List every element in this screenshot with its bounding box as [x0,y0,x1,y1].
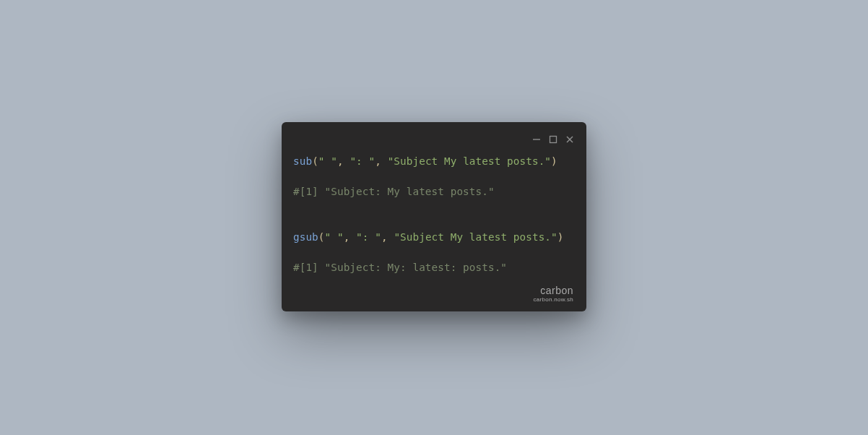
token-paren-close: ) [557,231,564,243]
token-comma: , [337,155,350,167]
token-paren-close: ) [551,155,557,167]
token-comma: , [344,231,356,243]
code-line-3: #[1] "Subject: My latest posts." [293,186,495,197]
token-comma: , [375,155,387,167]
token-string: " " [325,231,344,243]
token-function: sub [293,155,312,167]
token-string: ": " [350,155,375,167]
maximize-icon[interactable] [548,134,558,145]
token-string: "Subject My latest posts." [394,231,557,243]
svg-rect-1 [550,136,557,142]
window-titlebar [293,132,575,147]
token-comment: #[1] "Subject: My latest posts." [293,186,495,197]
page-background: sub(" ", ": ", "Subject My latest posts.… [0,0,868,435]
token-paren-open: ( [312,155,318,167]
token-function: gsub [293,231,318,243]
token-comment: #[1] "Subject: My: latest: posts." [293,262,507,273]
watermark-brand: carbon [293,285,573,296]
minimize-icon[interactable] [531,134,542,145]
watermark-url: carbon.now.sh [293,296,573,303]
token-string: ": " [356,231,381,243]
token-paren-open: ( [318,231,325,243]
token-string: "Subject My latest posts." [388,155,551,167]
code-line-6: gsub(" ", ": ", "Subject My latest posts… [293,231,564,243]
code-line-8: #[1] "Subject: My: latest: posts." [293,262,507,273]
code-line-1: sub(" ", ": ", "Subject My latest posts.… [293,155,557,167]
code-block: sub(" ", ": ", "Subject My latest posts.… [293,154,575,275]
code-window: sub(" ", ": ", "Subject My latest posts.… [282,122,586,312]
token-comma: , [381,231,394,243]
token-string: " " [318,155,337,167]
close-icon[interactable] [565,134,575,145]
watermark: carbon carbon.now.sh [293,285,575,303]
